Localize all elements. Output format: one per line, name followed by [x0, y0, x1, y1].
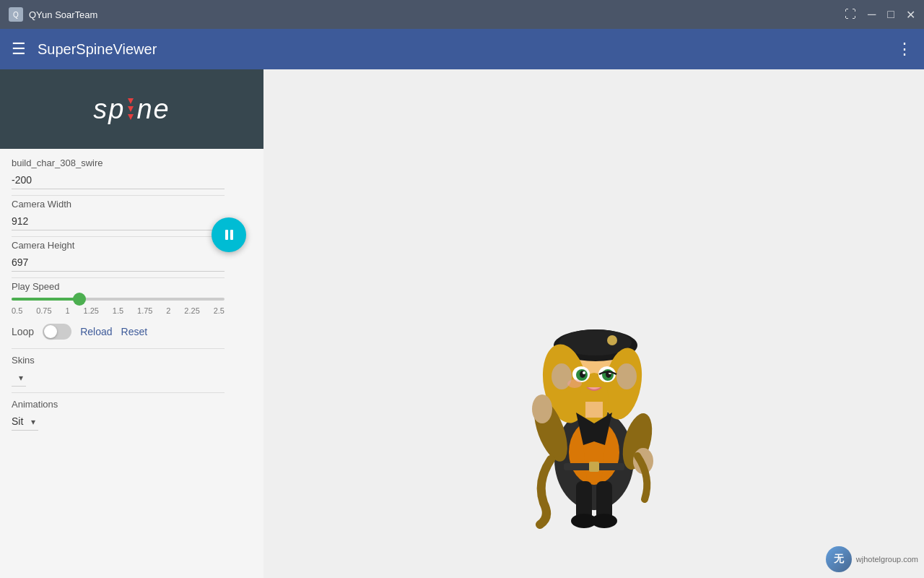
slider-label-5: 1.75: [137, 306, 152, 315]
character-sprite: [479, 257, 710, 532]
loop-toggle[interactable]: [43, 324, 71, 340]
svg-point-17: [583, 371, 585, 374]
camera-offset-group: [12, 171, 252, 189]
slider-label-7: 2.25: [184, 306, 199, 315]
skins-dropdown-wrapper: ▾: [12, 368, 26, 387]
svg-point-10: [616, 363, 637, 389]
pause-icon: [225, 230, 233, 240]
loop-label: Loop: [12, 326, 34, 337]
slider-label-2: 1: [66, 306, 70, 315]
minimize-button[interactable]: ─: [868, 8, 876, 21]
svg-point-19: [567, 379, 582, 388]
spine-text-ne: ne: [136, 94, 170, 125]
reload-button[interactable]: Reload: [80, 326, 112, 337]
slider-label-1: 0.75: [36, 306, 51, 315]
hamburger-menu-button[interactable]: ☰: [12, 40, 26, 59]
close-button[interactable]: ✕: [906, 8, 915, 22]
divider-2: [12, 236, 225, 237]
svg-rect-32: [589, 462, 599, 472]
svg-point-30: [591, 514, 617, 528]
slider-label-4: 1.5: [113, 306, 123, 315]
spine-text-s: sp: [93, 94, 125, 125]
camera-width-label: Camera Width: [12, 199, 252, 210]
divider-1: [12, 195, 225, 196]
title-bar-controls: ⛶ ─ □ ✕: [845, 8, 915, 22]
svg-rect-20: [585, 402, 603, 418]
app-icon: Q: [9, 7, 23, 22]
camera-height-input[interactable]: [12, 254, 225, 272]
svg-marker-22: [583, 441, 605, 481]
content-area: 无 wjhotelgroup.com: [263, 69, 924, 578]
toggle-knob: [44, 325, 57, 338]
pause-button[interactable]: [212, 217, 246, 252]
slider-label-3: 1.25: [84, 306, 99, 315]
app-bar-left: ☰ SuperSpineViewer: [12, 40, 157, 59]
reset-button[interactable]: Reset: [121, 326, 148, 337]
svg-point-24: [532, 394, 552, 423]
title-bar: Q QYun SoarTeam ⛶ ─ □ ✕: [0, 0, 924, 29]
spine-logo: sp ne: [93, 94, 170, 125]
app-title: SuperSpineViewer: [38, 41, 157, 58]
play-speed-group: Play Speed 0.5 0.75 1 1.25 1.5 1.75 2: [12, 281, 252, 315]
more-options-button[interactable]: ⋮: [897, 40, 912, 59]
animations-group: Animations Sit ▾: [12, 399, 252, 431]
spine-dot-2: [128, 106, 134, 112]
app-bar: ☰ SuperSpineViewer ⋮: [0, 29, 924, 69]
play-speed-slider-track[interactable]: [12, 298, 225, 301]
divider-3: [12, 277, 225, 278]
slider-label-8: 2.5: [214, 306, 225, 315]
fullscreen-button[interactable]: ⛶: [845, 8, 856, 21]
pause-bar-left: [225, 230, 228, 240]
play-speed-label: Play Speed: [12, 281, 252, 292]
spine-dot-1: [128, 98, 134, 104]
slider-label-6: 2: [166, 306, 170, 315]
title-bar-app-name: QYun SoarTeam: [29, 9, 97, 20]
restore-button[interactable]: □: [887, 8, 894, 21]
main-layout: sp ne build_char_308_swire: [0, 69, 924, 578]
play-speed-slider-container: 0.5 0.75 1 1.25 1.5 1.75 2 2.25 2.5: [12, 298, 252, 315]
controls-area: build_char_308_swire Camera Width Camera…: [0, 149, 263, 578]
skins-label: Skins: [12, 355, 252, 366]
slider-thumb[interactable]: [73, 293, 86, 306]
loop-row: Loop Reload Reset: [12, 324, 252, 340]
slider-fill: [12, 298, 79, 301]
watermark-text: wjhotelgroup.com: [856, 555, 918, 564]
watermark-logo: 无: [826, 546, 852, 572]
animations-label: Animations: [12, 399, 252, 410]
animations-dropdown-wrapper: Sit ▾: [12, 413, 38, 431]
svg-point-5: [607, 335, 617, 345]
spine-dot-3: [128, 114, 134, 120]
sidebar: sp ne build_char_308_swire: [0, 69, 263, 578]
spine-logo-area: sp ne: [0, 69, 263, 149]
divider-4: [12, 348, 225, 349]
divider-5: [12, 392, 225, 393]
slider-label-0: 0.5: [12, 306, 22, 315]
spine-logo-decoration: [128, 98, 134, 120]
skins-select[interactable]: [12, 368, 26, 387]
title-bar-left: Q QYun SoarTeam: [9, 7, 97, 22]
slider-labels: 0.5 0.75 1 1.25 1.5 1.75 2 2.25 2.5: [12, 306, 225, 315]
camera-offset-input[interactable]: [12, 171, 225, 189]
animations-select[interactable]: Sit: [12, 413, 38, 431]
skins-group: Skins ▾: [12, 355, 252, 387]
watermark: 无 wjhotelgroup.com: [826, 546, 918, 572]
character-area: [479, 257, 710, 535]
file-name-label: build_char_308_swire: [12, 155, 252, 171]
camera-width-input[interactable]: [12, 212, 225, 230]
pause-bar-right: [230, 230, 233, 240]
